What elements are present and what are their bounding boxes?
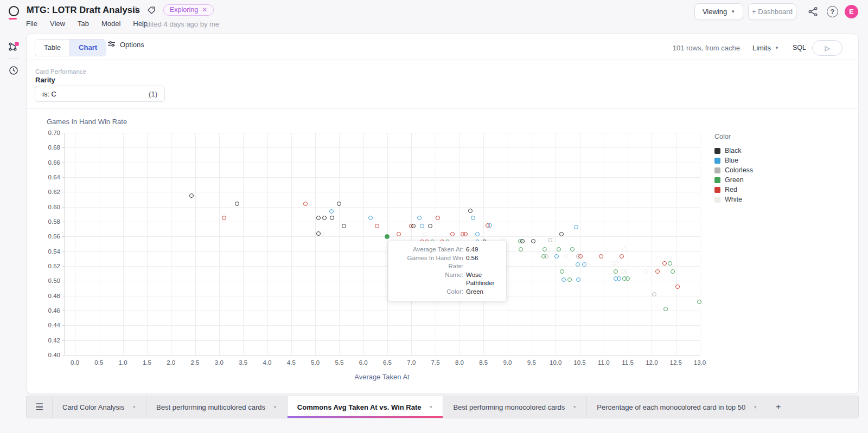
history-clock-icon[interactable]: [9, 66, 18, 77]
legend-item-green[interactable]: Green: [714, 175, 753, 185]
bottom-tab-4[interactable]: Best performing monocolored cards▼: [443, 396, 586, 418]
data-point[interactable]: [599, 254, 603, 258]
data-point[interactable]: [643, 269, 648, 274]
data-point[interactable]: [471, 216, 475, 220]
data-point[interactable]: [578, 254, 583, 258]
legend-item-black[interactable]: Black: [714, 146, 753, 156]
menu-model[interactable]: Model: [101, 20, 120, 28]
data-point[interactable]: [342, 224, 346, 228]
tab-chevron-icon[interactable]: ▼: [572, 405, 577, 410]
data-point[interactable]: [520, 239, 525, 243]
data-point[interactable]: [544, 254, 548, 258]
data-point[interactable]: [316, 231, 321, 236]
share-icon[interactable]: [808, 7, 818, 19]
data-point[interactable]: [436, 216, 440, 220]
data-point[interactable]: [624, 269, 628, 274]
data-point[interactable]: [626, 276, 630, 281]
data-point[interactable]: [375, 224, 379, 228]
rarity-filter-input[interactable]: is: C (1): [35, 86, 165, 102]
data-point[interactable]: [463, 232, 468, 236]
data-point[interactable]: [329, 209, 334, 214]
data-point[interactable]: [652, 292, 656, 296]
data-point[interactable]: [554, 254, 559, 258]
data-point[interactable]: [337, 202, 341, 206]
data-point[interactable]: [559, 232, 564, 236]
data-point[interactable]: [488, 223, 492, 228]
tab-chart[interactable]: Chart: [69, 40, 106, 56]
menu-view[interactable]: View: [50, 20, 65, 28]
avatar[interactable]: E: [845, 5, 858, 18]
data-point[interactable]: [531, 239, 535, 243]
data-point[interactable]: [423, 232, 427, 236]
tab-chevron-icon[interactable]: ▼: [132, 405, 136, 410]
data-point[interactable]: [675, 285, 680, 289]
data-point[interactable]: [420, 224, 424, 228]
help-icon[interactable]: ?: [827, 6, 838, 17]
data-point[interactable]: [560, 269, 564, 274]
hex-logo-icon[interactable]: [9, 6, 19, 16]
data-point[interactable]: [475, 232, 480, 236]
tab-chevron-icon[interactable]: ▼: [429, 405, 433, 410]
data-point[interactable]: [417, 216, 422, 220]
add-dashboard-button[interactable]: + Dashboard: [748, 3, 796, 20]
data-point[interactable]: [614, 269, 618, 274]
data-point[interactable]: [617, 276, 621, 281]
legend-item-colorless[interactable]: Colorless: [714, 165, 753, 175]
bottom-tab-3[interactable]: Commons Avg Taken At vs. Win Rate▼: [287, 396, 443, 418]
bottom-tab-5[interactable]: Percentage of each monocolored card in t…: [586, 396, 767, 418]
data-point[interactable]: [368, 216, 373, 220]
data-point[interactable]: [546, 247, 550, 251]
data-point[interactable]: [614, 261, 618, 266]
tag-icon[interactable]: [147, 6, 156, 17]
data-point[interactable]: [316, 216, 321, 220]
legend-item-blue[interactable]: Blue: [714, 156, 753, 165]
data-point-selected[interactable]: [385, 234, 390, 239]
data-point[interactable]: [330, 216, 334, 220]
data-point[interactable]: [668, 261, 672, 266]
scatter-plot[interactable]: 0.00.51.01.52.02.53.03.54.04.55.05.56.06…: [64, 133, 700, 355]
badge-close-icon[interactable]: ✕: [202, 6, 207, 14]
data-point[interactable]: [655, 269, 660, 274]
data-point[interactable]: [620, 254, 624, 258]
legend-item-red[interactable]: Red: [714, 185, 753, 195]
data-point[interactable]: [697, 300, 701, 304]
data-point[interactable]: [557, 247, 561, 251]
menu-tab[interactable]: Tab: [78, 20, 89, 28]
data-point[interactable]: [519, 247, 523, 251]
data-point[interactable]: [564, 254, 568, 258]
data-point[interactable]: [189, 193, 194, 198]
tab-list-menu-icon[interactable]: ☰: [27, 396, 52, 418]
run-button[interactable]: ▷: [812, 40, 843, 56]
star-icon[interactable]: ☆: [132, 4, 140, 16]
data-point[interactable]: [561, 277, 566, 282]
data-point[interactable]: [551, 238, 556, 242]
limits-button[interactable]: Limits ▼: [752, 44, 779, 52]
data-point[interactable]: [222, 216, 226, 220]
data-point[interactable]: [397, 232, 401, 236]
data-point[interactable]: [468, 209, 473, 213]
sql-button[interactable]: SQL: [793, 44, 806, 51]
data-point[interactable]: [428, 224, 432, 228]
data-point[interactable]: [570, 247, 575, 251]
tab-chevron-icon[interactable]: ▼: [273, 405, 277, 410]
menu-file[interactable]: File: [26, 20, 37, 28]
add-tab-button[interactable]: +: [767, 396, 789, 418]
data-point[interactable]: [574, 225, 578, 229]
data-point[interactable]: [321, 231, 325, 236]
data-point[interactable]: [622, 247, 627, 251]
data-point[interactable]: [567, 277, 572, 282]
status-badge[interactable]: Exploring ✕: [163, 4, 214, 16]
legend-item-white[interactable]: White: [714, 195, 753, 204]
data-point[interactable]: [662, 261, 667, 266]
tab-chevron-icon[interactable]: ▼: [753, 405, 757, 410]
viewing-mode-button[interactable]: Viewing ▼: [694, 3, 743, 20]
data-point[interactable]: [585, 262, 590, 267]
data-point[interactable]: [411, 224, 416, 228]
data-point[interactable]: [671, 269, 675, 274]
data-point[interactable]: [450, 232, 455, 236]
bottom-tab-2[interactable]: Best performing multicolored cards▼: [146, 396, 287, 418]
options-button[interactable]: Options: [107, 40, 144, 49]
data-point[interactable]: [235, 202, 239, 206]
data-point[interactable]: [303, 202, 308, 206]
bottom-tab-1[interactable]: Card Color Analysis▼: [52, 396, 146, 418]
